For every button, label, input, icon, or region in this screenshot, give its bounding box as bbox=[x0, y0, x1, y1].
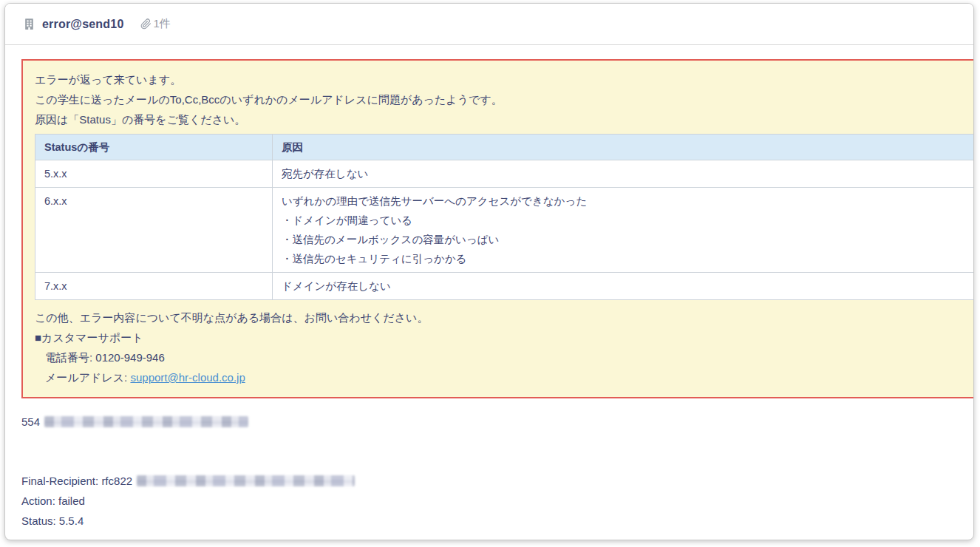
redacted-blur bbox=[44, 416, 248, 427]
table-header-row: Statusの番号 原因 bbox=[35, 135, 975, 160]
table-row: 5.x.x 宛先が存在しない bbox=[35, 160, 975, 188]
support-heading: ■カスタマーサポート bbox=[35, 327, 974, 347]
cause-line: ・ドメインが間違っている bbox=[282, 211, 965, 230]
final-recipient-prefix: Final-Recipient: rfc822 bbox=[21, 471, 132, 491]
attachment-indicator[interactable]: 1件 bbox=[140, 17, 171, 31]
support-phone: 電話番号: 0120-949-946 bbox=[35, 347, 974, 367]
support-email-label: メールアドレス: bbox=[45, 371, 130, 384]
table-row: 7.x.x ドメインが存在しない bbox=[35, 273, 975, 300]
redacted-blur bbox=[137, 475, 355, 486]
status-cause-table: Statusの番号 原因 5.x.x 宛先が存在しない 6.x.x い bbox=[35, 134, 974, 300]
mail-body: エラーが返って来ています。 この学生に送ったメールのTo,Cc,Bccのいずれか… bbox=[5, 45, 973, 531]
cause-line: 宛先が存在しない bbox=[282, 164, 965, 183]
cause-cell: ドメインが存在しない bbox=[273, 273, 975, 300]
cause-cell: いずれかの理由で送信先サーバーへのアクセスができなかった ・ドメインが間違ってい… bbox=[273, 188, 975, 273]
cause-cell: 宛先が存在しない bbox=[273, 160, 975, 188]
status-cell: 6.x.x bbox=[35, 188, 273, 273]
notice-line: この学生に送ったメールのTo,Cc,Bccのいずれかのメールアドレスに問題があっ… bbox=[35, 89, 974, 109]
cause-line: ドメインが存在しない bbox=[282, 276, 965, 296]
mail-viewer-window: error@send10 1件 エラーが返って来ています。 この学生に送ったメー… bbox=[4, 3, 974, 540]
contact-note: この他、エラー内容について不明な点がある場合は、お問い合わせください。 bbox=[35, 308, 974, 327]
status-line: Status: 5.5.4 bbox=[21, 511, 973, 531]
table-row: 6.x.x いずれかの理由で送信先サーバーへのアクセスができなかった ・ドメイン… bbox=[35, 188, 975, 273]
mail-header: error@send10 1件 bbox=[5, 4, 973, 45]
column-header-status: Statusの番号 bbox=[35, 135, 273, 160]
building-icon bbox=[23, 18, 35, 30]
cause-line: ・送信先のセキュリティに引っかかる bbox=[282, 249, 965, 268]
sender-address[interactable]: error@send10 bbox=[42, 18, 124, 31]
raw-error-section: 554 Final-Recipient: rfc822 Action: fail… bbox=[21, 413, 973, 531]
paperclip-icon bbox=[140, 18, 152, 30]
error-notice-box: エラーが返って来ています。 この学生に送ったメールのTo,Cc,Bccのいずれか… bbox=[21, 59, 974, 398]
attachment-count: 1件 bbox=[154, 17, 171, 31]
support-email-link[interactable]: support@hr-cloud.co.jp bbox=[130, 371, 245, 384]
cause-line: いずれかの理由で送信先サーバーへのアクセスができなかった bbox=[282, 191, 965, 211]
notice-line: 原因は「Status」の番号をご覧ください。 bbox=[35, 109, 974, 129]
smtp-code-line: 554 bbox=[21, 413, 973, 429]
action-line: Action: failed bbox=[21, 491, 973, 511]
cause-line: ・送信先のメールボックスの容量がいっぱい bbox=[282, 230, 965, 249]
smtp-code: 554 bbox=[21, 415, 40, 428]
column-header-cause: 原因 bbox=[273, 135, 975, 160]
status-cell: 5.x.x bbox=[35, 160, 273, 188]
final-recipient-line: Final-Recipient: rfc822 bbox=[21, 471, 973, 491]
support-email-line: メールアドレス: support@hr-cloud.co.jp bbox=[35, 367, 974, 387]
notice-line: エラーが返って来ています。 bbox=[35, 69, 974, 89]
status-cell: 7.x.x bbox=[35, 273, 273, 300]
